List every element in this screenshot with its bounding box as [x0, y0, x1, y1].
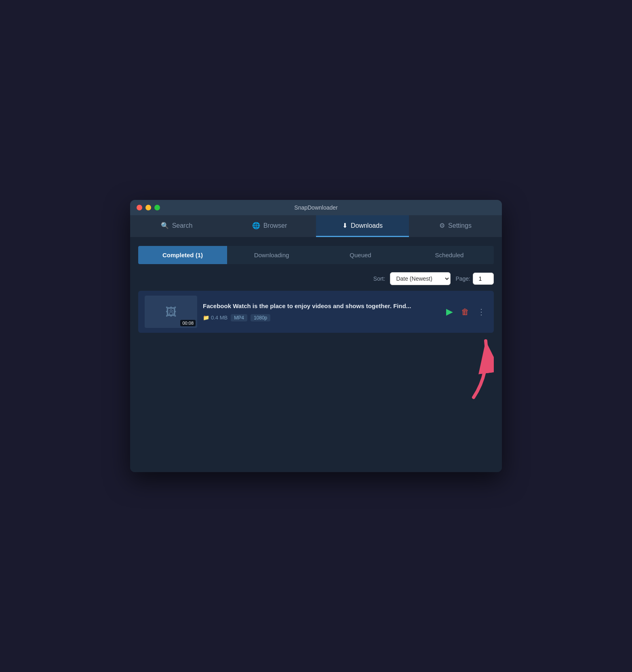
browser-icon: 🌐	[252, 222, 260, 229]
subtab-queued[interactable]: Queued	[316, 246, 405, 264]
window-title: SnapDownloader	[294, 204, 337, 211]
settings-icon: ⚙	[439, 222, 445, 229]
sub-tabs: Completed (1) Downloading Queued Schedul…	[138, 246, 494, 264]
maximize-button[interactable]	[154, 205, 160, 210]
tab-downloads-label: Downloads	[351, 222, 383, 229]
play-button[interactable]: ▶	[445, 305, 455, 319]
downloads-icon: ⬇	[342, 222, 348, 229]
sort-label: Sort:	[373, 275, 386, 282]
video-thumbnail: 🖼 00:08	[145, 296, 197, 328]
tab-search[interactable]: 🔍 Search	[130, 215, 223, 237]
title-bar: SnapDownloader	[130, 200, 502, 215]
download-actions: ▶ 🗑 ⋮	[445, 305, 487, 319]
tab-settings-label: Settings	[448, 222, 472, 229]
tab-settings[interactable]: ⚙ Settings	[409, 215, 502, 237]
more-icon: ⋮	[477, 307, 486, 317]
more-options-button[interactable]: ⋮	[476, 305, 487, 318]
subtab-completed[interactable]: Completed (1)	[138, 246, 227, 264]
video-duration: 00:08	[180, 320, 196, 326]
page-control: Page:	[455, 273, 494, 285]
close-button[interactable]	[137, 205, 142, 210]
download-meta: 📁 0.4 MB MP4 1080p	[203, 314, 439, 321]
arrow-svg	[393, 333, 494, 414]
image-placeholder-icon: 🖼	[165, 305, 177, 319]
tab-browser[interactable]: 🌐 Browser	[223, 215, 316, 237]
file-size: 0.4 MB	[211, 315, 228, 321]
quality-badge: 1080p	[251, 314, 270, 321]
subtab-downloading[interactable]: Downloading	[227, 246, 316, 264]
tab-browser-label: Browser	[263, 222, 287, 229]
download-info: Facebook Watch is the place to enjoy vid…	[203, 302, 439, 321]
download-item: 🖼 00:08 Facebook Watch is the place to e…	[138, 291, 494, 333]
trash-icon: 🗑	[461, 307, 469, 317]
app-window: SnapDownloader 🔍 Search 🌐 Browser ⬇ Down…	[130, 200, 502, 472]
folder-icon: 📁	[203, 315, 209, 321]
controls-bar: Sort: Date (Newest) Date (Oldest) Name (…	[138, 272, 494, 285]
traffic-lights	[137, 205, 160, 210]
folder-icon-area: 📁 0.4 MB	[203, 315, 228, 321]
minimize-button[interactable]	[145, 205, 151, 210]
tab-downloads[interactable]: ⬇ Downloads	[316, 215, 409, 237]
subtab-scheduled[interactable]: Scheduled	[405, 246, 494, 264]
format-badge: MP4	[231, 314, 247, 321]
sort-select[interactable]: Date (Newest) Date (Oldest) Name (A-Z) N…	[390, 272, 451, 285]
delete-button[interactable]: 🗑	[459, 306, 471, 318]
page-input[interactable]	[473, 273, 494, 285]
tab-search-label: Search	[172, 222, 193, 229]
annotation-arrow	[138, 333, 494, 414]
page-label: Page:	[455, 275, 470, 282]
search-icon: 🔍	[161, 222, 169, 229]
nav-tabs: 🔍 Search 🌐 Browser ⬇ Downloads ⚙ Setting…	[130, 215, 502, 238]
play-icon: ▶	[446, 307, 453, 317]
download-title: Facebook Watch is the place to enjoy vid…	[203, 302, 439, 310]
content-area: Completed (1) Downloading Queued Schedul…	[130, 238, 502, 472]
